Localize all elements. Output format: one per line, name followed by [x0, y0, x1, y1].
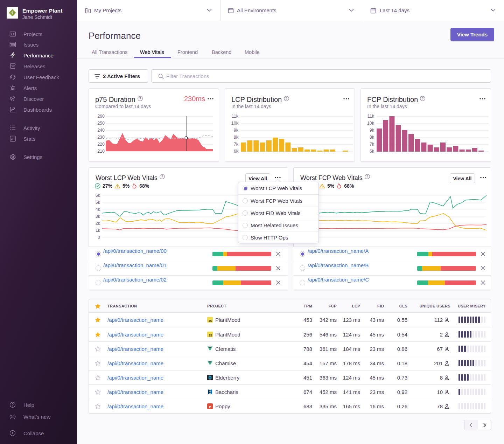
svg-text:e: e	[209, 404, 211, 409]
svg-text:JS: JS	[209, 319, 212, 322]
svg-text:JS: JS	[209, 334, 212, 337]
